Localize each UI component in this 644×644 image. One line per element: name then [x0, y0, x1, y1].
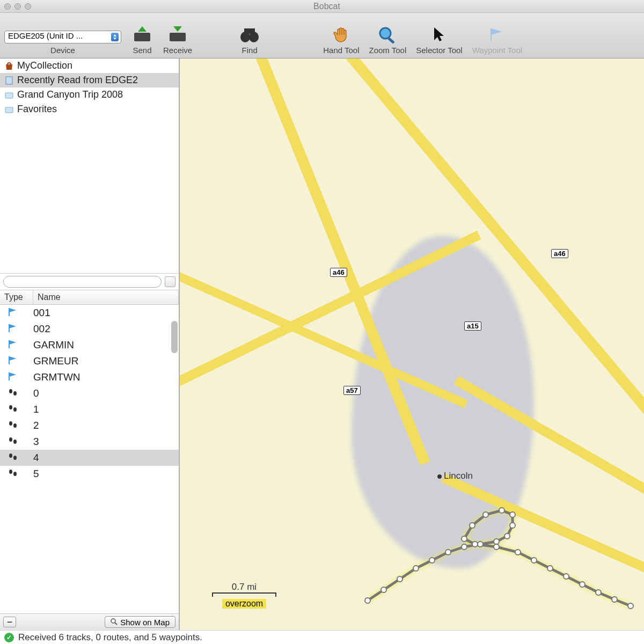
svg-point-49 — [510, 523, 515, 528]
header-name[interactable]: Name — [33, 290, 179, 304]
svg-point-48 — [504, 533, 510, 539]
magnifier-icon — [111, 618, 118, 626]
svg-point-53 — [470, 523, 475, 528]
svg-marker-1 — [138, 26, 147, 32]
list-row[interactable]: 001 — [0, 305, 179, 321]
scale-label: 0.7 mi — [232, 582, 257, 592]
collection-item[interactable]: Favorites — [0, 102, 179, 116]
svg-point-58 — [531, 558, 537, 563]
map-canvas[interactable]: a46 a15 a46 a57 Lincoln 0.7 mi overzoom — [179, 58, 644, 630]
folder-icon — [4, 90, 14, 100]
waypoint-flag-icon — [8, 306, 18, 317]
filter-button[interactable] — [165, 276, 175, 287]
list-row[interactable]: 1 — [0, 401, 179, 418]
send-button[interactable]: Send — [131, 25, 153, 55]
svg-point-26 — [13, 391, 17, 396]
bag-icon — [4, 61, 14, 71]
hand-tool-button[interactable]: Hand Tool — [323, 25, 359, 55]
selector-tool-button[interactable]: Selector Tool — [416, 25, 462, 55]
row-name: GRMTWN — [33, 371, 179, 383]
list-row[interactable]: 0 — [0, 385, 179, 401]
svg-marker-19 — [9, 340, 16, 345]
collection-item[interactable]: Recently Read from EDGE2 — [0, 73, 179, 87]
collection-item[interactable]: MyCollection — [0, 58, 179, 73]
svg-point-7 — [380, 28, 391, 39]
device-selector[interactable]: EDGE205 (Unit ID ... — [4, 31, 121, 43]
svg-point-37 — [111, 619, 115, 623]
send-icon — [131, 25, 153, 43]
track-footprints-icon — [8, 435, 19, 446]
svg-point-62 — [596, 590, 601, 595]
receive-button[interactable]: Receive — [163, 25, 192, 55]
svg-point-60 — [564, 574, 569, 579]
list-row[interactable]: GRMTWN — [0, 369, 179, 385]
receive-icon — [166, 25, 189, 43]
svg-point-33 — [9, 453, 12, 458]
waypoint-tool-button[interactable]: Waypoint Tool — [472, 25, 522, 55]
row-name: 001 — [33, 307, 179, 319]
sidebar-footer: − Show on Map — [0, 613, 179, 630]
svg-marker-21 — [9, 356, 16, 361]
overzoom-label: overzoom — [222, 599, 266, 609]
svg-point-34 — [13, 456, 17, 460]
search-row — [0, 273, 179, 290]
svg-point-46 — [478, 541, 483, 547]
svg-point-42 — [413, 566, 419, 571]
svg-point-29 — [9, 421, 12, 426]
zoom-tool-button[interactable]: Zoom Tool — [369, 25, 406, 55]
waypoint-flag-icon — [8, 323, 18, 333]
success-icon: ✓ — [4, 633, 14, 642]
row-name: 2 — [33, 420, 179, 431]
titlebar: Bobcat — [0, 0, 644, 13]
svg-rect-0 — [134, 33, 150, 41]
svg-point-51 — [499, 508, 504, 513]
device-group-label: Device — [50, 46, 75, 55]
list-row[interactable]: 3 — [0, 434, 179, 450]
row-name: 5 — [33, 468, 179, 480]
scale-bar: 0.7 mi overzoom — [212, 582, 276, 609]
svg-point-32 — [13, 440, 17, 444]
search-input[interactable] — [3, 276, 162, 288]
svg-point-39 — [365, 598, 370, 603]
list-row[interactable]: 5 — [0, 466, 179, 482]
list-row[interactable]: 2 — [0, 418, 179, 434]
svg-point-55 — [472, 541, 478, 547]
find-button[interactable]: Find — [238, 25, 261, 55]
svg-point-57 — [515, 550, 521, 555]
collection-label: Recently Read from EDGE2 — [17, 75, 138, 86]
svg-point-25 — [9, 389, 12, 393]
svg-point-61 — [580, 582, 585, 587]
svg-marker-10 — [491, 28, 502, 35]
row-name: 002 — [33, 323, 179, 335]
track-footprints-icon — [8, 387, 19, 398]
waypoint-tool-label: Waypoint Tool — [472, 46, 522, 55]
collection-item[interactable]: Grand Canyon Trip 2008 — [0, 87, 179, 102]
collection-label: Favorites — [17, 104, 57, 115]
collection-label: Grand Canyon Trip 2008 — [17, 89, 123, 100]
list-row[interactable]: GRMEUR — [0, 353, 179, 369]
cursor-icon — [430, 25, 448, 43]
svg-marker-15 — [9, 308, 16, 312]
row-name: 1 — [33, 404, 179, 415]
track-footprints-icon — [8, 419, 19, 430]
device-selector-label: EDGE205 (Unit ID ... — [8, 31, 83, 40]
svg-point-30 — [13, 423, 17, 428]
svg-point-64 — [628, 603, 633, 609]
document-icon — [4, 76, 14, 85]
list-row[interactable]: GARMIN — [0, 337, 179, 353]
list-row[interactable]: 4 — [0, 450, 179, 466]
svg-rect-12 — [6, 77, 12, 84]
collection-label: MyCollection — [17, 60, 72, 71]
list-row[interactable]: 002 — [0, 321, 179, 337]
svg-point-40 — [381, 587, 386, 592]
window-title: Bobcat — [10, 2, 644, 11]
selector-tool-label: Selector Tool — [416, 46, 462, 55]
svg-rect-6 — [244, 28, 255, 34]
waypoint-flag-icon — [8, 339, 18, 349]
remove-button[interactable]: − — [3, 617, 16, 627]
show-on-map-label: Show on Map — [120, 618, 170, 627]
header-type[interactable]: Type — [0, 290, 33, 304]
status-text: Received 6 tracks, 0 routes, and 5 waypo… — [18, 632, 202, 643]
show-on-map-button[interactable]: Show on Map — [105, 616, 175, 628]
scrollbar-thumb[interactable] — [171, 321, 178, 353]
